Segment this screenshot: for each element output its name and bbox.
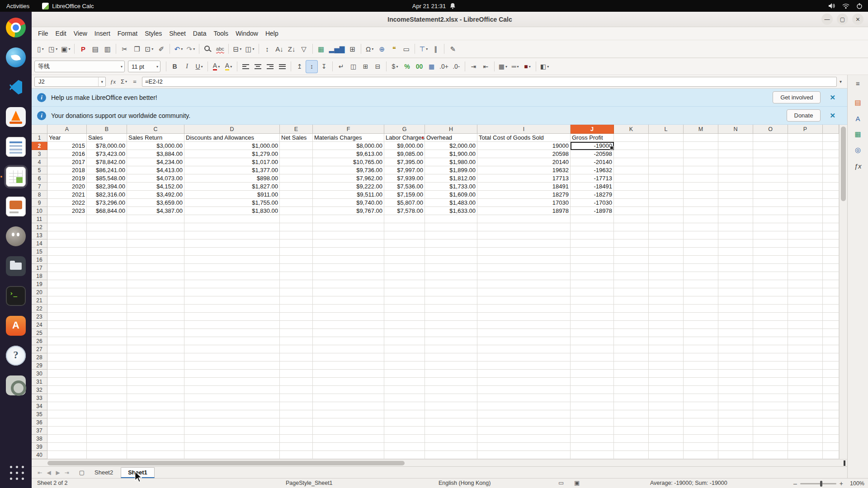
cell-G32[interactable] xyxy=(384,386,425,394)
format-as-currency-button[interactable]: $▾ xyxy=(389,60,401,73)
cell-J18[interactable] xyxy=(571,272,614,280)
cell-L25[interactable] xyxy=(649,329,684,337)
cell-G7[interactable]: $7,536.00 xyxy=(384,183,425,191)
cell-D23[interactable] xyxy=(184,313,280,321)
column-header-M[interactable]: M xyxy=(684,125,718,134)
cell-O12[interactable] xyxy=(753,223,788,231)
row-header-38[interactable]: 38 xyxy=(32,435,47,443)
cell-F36[interactable] xyxy=(313,418,384,427)
save-button[interactable]: ▣▾ xyxy=(59,42,72,56)
cell-K30[interactable] xyxy=(614,370,649,378)
cell-O15[interactable] xyxy=(753,248,788,256)
cell-E30[interactable] xyxy=(280,370,313,378)
cell-J24[interactable] xyxy=(571,321,614,329)
cell-H33[interactable] xyxy=(425,394,477,402)
row-header-23[interactable]: 23 xyxy=(32,313,47,321)
cell-M24[interactable] xyxy=(684,321,718,329)
cell-P37[interactable] xyxy=(788,427,823,435)
row-header-22[interactable]: 22 xyxy=(32,305,47,313)
delete-decimal-place-button[interactable]: .0- xyxy=(450,60,462,73)
cell-M33[interactable] xyxy=(684,394,718,402)
cell-O26[interactable] xyxy=(753,337,788,345)
cell-L18[interactable] xyxy=(649,272,684,280)
cell-O33[interactable] xyxy=(753,394,788,402)
cell-G38[interactable] xyxy=(384,435,425,443)
cell-M27[interactable] xyxy=(684,345,718,353)
merge-and-center-cells-button[interactable]: ◫ xyxy=(347,60,359,73)
cell-F7[interactable]: $9,222.00 xyxy=(313,183,384,191)
navigator-deck-icon[interactable]: ◎ xyxy=(851,144,865,156)
cell-J3[interactable]: -20598 xyxy=(571,150,614,158)
cell-E20[interactable] xyxy=(280,288,313,296)
dropdown-arrow-icon[interactable]: ▾ xyxy=(517,65,519,69)
cell-L22[interactable] xyxy=(649,305,684,313)
print-button[interactable]: ▤ xyxy=(89,42,101,56)
maximize-button[interactable]: ▢ xyxy=(837,14,848,25)
cell-N23[interactable] xyxy=(718,313,753,321)
cell-M20[interactable] xyxy=(684,288,718,296)
column-header-H[interactable]: H xyxy=(425,125,477,134)
dropdown-arrow-icon[interactable]: ▾ xyxy=(218,65,220,69)
cell-O5[interactable] xyxy=(753,166,788,174)
cell-H24[interactable] xyxy=(425,321,477,329)
cell-K19[interactable] xyxy=(614,280,649,288)
cell-A26[interactable] xyxy=(47,337,87,345)
cell-K8[interactable] xyxy=(614,191,649,199)
cell-B20[interactable] xyxy=(87,288,127,296)
redo-button[interactable]: ↷▾ xyxy=(184,42,197,56)
cell-O14[interactable] xyxy=(753,239,788,248)
align-center-button[interactable] xyxy=(252,60,264,73)
cell-G40[interactable] xyxy=(384,451,425,459)
cell-L17[interactable] xyxy=(649,264,684,272)
row-header-12[interactable]: 12 xyxy=(32,223,47,231)
column-header-N[interactable]: N xyxy=(718,125,753,134)
cell-B16[interactable] xyxy=(87,256,127,264)
sort-ascending-button[interactable]: A↓ xyxy=(274,42,286,56)
close-banner-icon[interactable]: ✕ xyxy=(830,112,835,120)
row-header-39[interactable]: 39 xyxy=(32,443,47,451)
cell-O2[interactable] xyxy=(753,142,788,150)
cell-O38[interactable] xyxy=(753,435,788,443)
cell-C7[interactable]: $4,152.00 xyxy=(127,183,184,191)
cell-P20[interactable] xyxy=(788,288,823,296)
cell-F15[interactable] xyxy=(313,248,384,256)
cell-L27[interactable] xyxy=(649,345,684,353)
cell-K20[interactable] xyxy=(614,288,649,296)
cell-A40[interactable] xyxy=(47,451,87,459)
dropdown-arrow-icon[interactable]: ▾ xyxy=(125,80,127,84)
cell-F31[interactable] xyxy=(313,378,384,386)
cell-J19[interactable] xyxy=(571,280,614,288)
cell-P4[interactable] xyxy=(788,158,823,166)
activities-button[interactable]: Activities xyxy=(6,3,29,9)
cell-K15[interactable] xyxy=(614,248,649,256)
cell-L4[interactable] xyxy=(649,158,684,166)
cell-K23[interactable] xyxy=(614,313,649,321)
cell-D9[interactable]: $1,755.00 xyxy=(184,199,280,207)
cell-C20[interactable] xyxy=(127,288,184,296)
cell-D24[interactable] xyxy=(184,321,280,329)
cell-J15[interactable] xyxy=(571,248,614,256)
row-header-19[interactable]: 19 xyxy=(32,280,47,288)
row-header-3[interactable]: 3 xyxy=(32,150,47,158)
cell-N32[interactable] xyxy=(718,386,753,394)
cell-O39[interactable] xyxy=(753,443,788,451)
column-header-A[interactable]: A xyxy=(47,125,87,134)
cell-P12[interactable] xyxy=(788,223,823,231)
cell-D1[interactable]: Discounts and Allowances xyxy=(184,134,280,142)
cell-B22[interactable] xyxy=(87,305,127,313)
cell-K3[interactable] xyxy=(614,150,649,158)
cell-D18[interactable] xyxy=(184,272,280,280)
cell-E3[interactable] xyxy=(280,150,313,158)
cell-A20[interactable] xyxy=(47,288,87,296)
cell-O40[interactable] xyxy=(753,451,788,459)
cell-I37[interactable] xyxy=(477,427,571,435)
cell-J22[interactable] xyxy=(571,305,614,313)
cell-I8[interactable]: 18279 xyxy=(477,191,571,199)
cell-M31[interactable] xyxy=(684,378,718,386)
cell-A5[interactable]: 2018 xyxy=(47,166,87,174)
cell-J8[interactable]: -18279 xyxy=(571,191,614,199)
row-header-8[interactable]: 8 xyxy=(32,191,47,199)
cell-B26[interactable] xyxy=(87,337,127,345)
cell-C13[interactable] xyxy=(127,231,184,239)
cell-J34[interactable] xyxy=(571,402,614,410)
